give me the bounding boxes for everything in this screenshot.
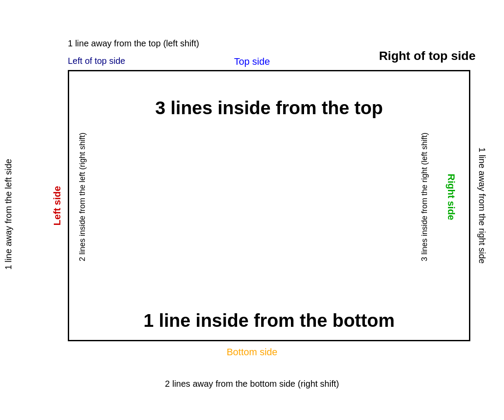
- right-inside-label: 3 lines inside from the right (left shif…: [420, 133, 429, 261]
- right-of-top-label: Right of top side: [379, 49, 476, 63]
- inside-bottom-text: 1 line inside from the bottom: [69, 310, 469, 331]
- left-inside-container: 2 lines inside from the left (right shif…: [78, 88, 87, 306]
- inside-top-text: 3 lines inside from the top: [69, 98, 469, 119]
- below-bottom-label: 2 lines away from the bottom side (right…: [0, 379, 504, 389]
- left-away-container: 1 line away from the left side: [4, 131, 14, 298]
- canvas: 3 lines inside from the top 1 line insid…: [0, 0, 504, 420]
- above-top-label: 1 line away from the top (left shift): [68, 38, 199, 49]
- right-side-label: Right side: [445, 174, 457, 220]
- left-away-label: 1 line away from the left side: [4, 159, 14, 270]
- bottom-side-label: Bottom side: [0, 346, 504, 358]
- right-away-label: 1 line away from the right side: [477, 147, 487, 264]
- left-side-container: Left side: [52, 140, 63, 271]
- main-box: 3 lines inside from the top 1 line insid…: [68, 70, 470, 341]
- left-side-label: Left side: [52, 186, 63, 225]
- right-inside-container: 3 lines inside from the right (left shif…: [420, 88, 429, 306]
- left-inside-label: 2 lines inside from the left (right shif…: [78, 133, 87, 261]
- right-side-container: Right side: [445, 131, 457, 262]
- right-away-container: 1 line away from the right side: [477, 122, 487, 289]
